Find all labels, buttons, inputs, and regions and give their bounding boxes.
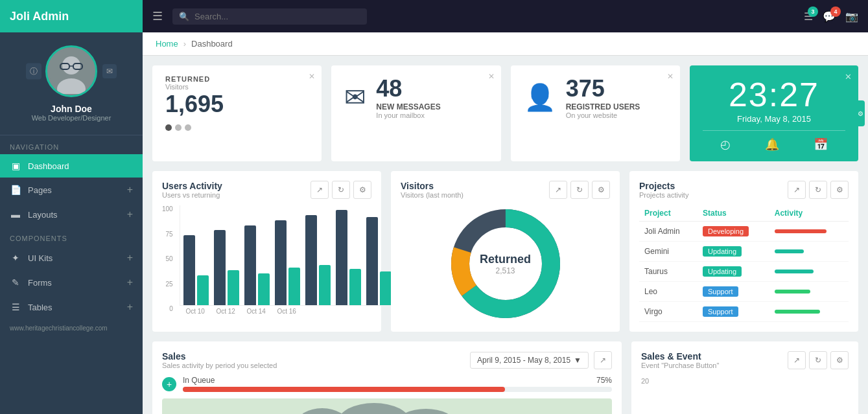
hamburger-icon[interactable]: ☰ [152, 9, 163, 23]
activity-cell-3 [769, 262, 849, 282]
sidebar-item-pages[interactable]: 📄 Pages + [0, 178, 143, 202]
progress-bar-bg [183, 387, 612, 392]
activity-bar-3 [775, 270, 814, 273]
brand-logo: Joli Admin [0, 0, 143, 32]
add-queue-btn[interactable]: + [162, 377, 176, 391]
refresh-btn-se[interactable]: ↻ [809, 351, 827, 369]
bar-dark-1 [183, 235, 195, 305]
col-status: Status [698, 205, 769, 222]
table-row: Virgo Support [639, 302, 849, 322]
visitors-title: Visitors [401, 181, 463, 191]
settings-btn-ua[interactable]: ⚙ [353, 181, 371, 199]
clock-icon[interactable]: ◴ [720, 137, 731, 152]
forms-icon: ✎ [10, 277, 21, 288]
bar-dark-4 [275, 220, 287, 305]
sidebar-item-uikits[interactable]: ✦ UI Kits + [0, 246, 143, 270]
clock-close[interactable]: ✕ [845, 72, 852, 82]
chat-icon-wrap[interactable]: 💬 4 [823, 10, 836, 23]
y-axis-20: 20 [641, 377, 649, 385]
dashboard-label: Dashboard [28, 161, 133, 171]
y-label-0: 0 [162, 305, 173, 312]
stat-close-2[interactable]: ✕ [488, 72, 495, 81]
bar-group-1 [183, 235, 209, 305]
charts-row: Users Activity Users vs returning ↗ ↻ ⚙ [152, 171, 858, 332]
stat-close-3[interactable]: ✕ [667, 72, 674, 81]
y-label-100: 100 [162, 205, 173, 213]
messages-icon-wrap[interactable]: ☰ 3 [804, 10, 813, 23]
breadcrumb: Home › Dashboard [143, 32, 868, 56]
settings-btn-p[interactable]: ⚙ [830, 181, 849, 199]
sidebar-user: ⓘ ✉ John Doe [0, 32, 143, 135]
sales-title: Sales [162, 351, 277, 362]
components-section-title: Components [0, 227, 143, 246]
expand-btn-ua[interactable]: ↗ [311, 181, 329, 199]
projects-panel: Projects Projects activity ↗ ↻ ⚙ [629, 171, 858, 332]
pages-plus-icon[interactable]: + [127, 184, 133, 196]
search-input[interactable] [194, 12, 360, 21]
layouts-plus-icon[interactable]: + [127, 209, 133, 220]
clock-date: Friday, May 8, 2015 [703, 114, 845, 124]
status-badge-3: Updating [703, 266, 742, 277]
projects-table: Project Status Activity Joli Admin Devel… [639, 205, 849, 322]
users-activity-actions: ↗ ↻ ⚙ [311, 181, 371, 199]
layouts-icon: ▬ [10, 209, 21, 220]
monitor-icon-wrap[interactable]: 📷 [845, 10, 858, 23]
expand-btn-s[interactable]: ↗ [594, 351, 612, 369]
expand-btn-v[interactable]: ↗ [549, 181, 567, 199]
sidebar: ⓘ ✉ John Doe [0, 32, 143, 414]
side-tab[interactable]: ⚙ [857, 100, 865, 126]
col-project: Project [639, 205, 698, 222]
donut-value: 2,513 [480, 266, 531, 275]
sidebar-item-dashboard[interactable]: ▣ Dashboard [0, 154, 143, 178]
uikits-plus-icon[interactable]: + [127, 252, 133, 264]
sidebar-item-forms[interactable]: ✎ Forms + [0, 270, 143, 295]
expand-btn-se[interactable]: ↗ [788, 351, 806, 369]
sales-event-header: Sales & Event Event "Purchase Button" ↗ … [641, 351, 849, 369]
expand-btn-p[interactable]: ↗ [788, 181, 806, 199]
breadcrumb-home[interactable]: Home [156, 39, 178, 49]
stat-close-1[interactable]: ✕ [309, 72, 315, 81]
dot-1[interactable] [165, 124, 172, 131]
y-label-75: 75 [162, 231, 173, 238]
activity-cell-1 [769, 222, 849, 242]
bar-group-4 [275, 220, 300, 305]
date-range-button[interactable]: April 9, 2015 - May 8, 2015 ▼ [470, 352, 589, 369]
sidebar-item-layouts[interactable]: ▬ Layouts + [0, 202, 143, 227]
settings-btn-se[interactable]: ⚙ [830, 351, 849, 369]
bar-group-2 [214, 230, 239, 305]
bar-teal-2 [228, 270, 239, 305]
stat-messages-subtitle: In your mailbox [376, 111, 440, 119]
forms-plus-icon[interactable]: + [127, 277, 133, 288]
status-cell-5: Support [698, 302, 769, 322]
in-queue-row: + In Queue 75% [162, 376, 612, 392]
mail-badge[interactable]: ✉ [102, 64, 117, 78]
status-badge-5: Support [703, 306, 738, 317]
y-axis: 100 75 50 25 0 [162, 205, 176, 312]
dot-3[interactable] [185, 124, 191, 131]
user-icon: 👤 [524, 82, 556, 113]
bar-chart-body: Oct 10 Oct 12 Oct 14 Oct 16 [180, 205, 425, 317]
uikits-label: UI Kits [28, 253, 121, 263]
progress-labels: In Queue 75% [183, 376, 612, 385]
tables-plus-icon[interactable]: + [127, 301, 133, 313]
dot-2[interactable] [175, 124, 182, 131]
refresh-btn-p[interactable]: ↻ [809, 181, 827, 199]
bar-group-6 [336, 210, 361, 305]
grid-badge: 3 [808, 6, 818, 17]
bell-icon[interactable]: 🔔 [765, 137, 779, 152]
refresh-btn-ua[interactable]: ↻ [332, 181, 350, 199]
progress-wrap: In Queue 75% [183, 376, 612, 392]
y-label-50: 50 [162, 255, 173, 262]
sidebar-item-tables[interactable]: ☰ Tables + [0, 295, 143, 319]
sales-event-panel: Sales & Event Event "Purchase Button" ↗ … [631, 341, 858, 414]
tables-icon: ☰ [10, 302, 21, 312]
bar-dark-3 [244, 225, 256, 305]
settings-btn-v[interactable]: ⚙ [592, 181, 610, 199]
search-bar[interactable]: 🔍 [172, 8, 367, 25]
refresh-btn-v[interactable]: ↻ [570, 181, 589, 199]
bar-chart-area: 100 75 50 25 0 [162, 205, 371, 317]
status-cell-1: Developing [698, 222, 769, 242]
info-badge[interactable]: ⓘ [26, 63, 41, 80]
content-body: ✕ RETURNED Visitors 1,695 ✕ [143, 56, 868, 414]
calendar-icon[interactable]: 📅 [814, 137, 828, 152]
